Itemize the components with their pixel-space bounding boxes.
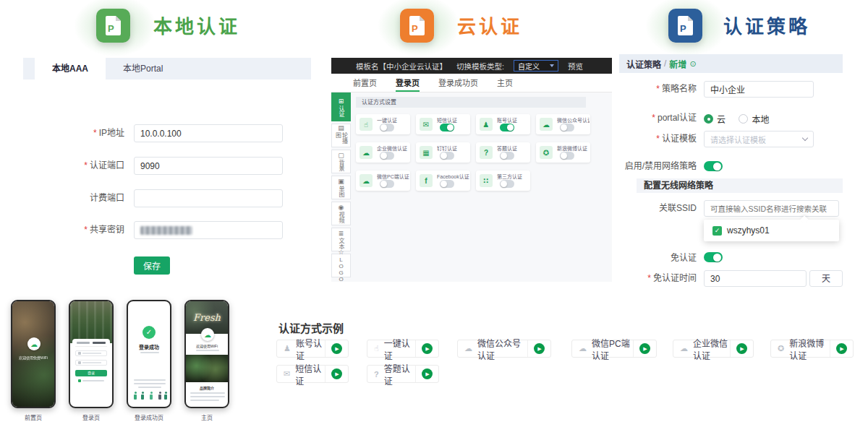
phone-login-page: 登录 — [69, 300, 114, 408]
toggle-onekey[interactable] — [380, 124, 394, 131]
play-icon — [736, 343, 747, 354]
play-button[interactable] — [730, 340, 753, 357]
examples-title: 认证方式示例 — [278, 320, 344, 335]
free-auth-time-label: *免认证时间 — [612, 270, 697, 287]
sidebar-item-carousel[interactable]: ▤ 轮播图 — [331, 124, 351, 147]
example-wechat-pc-auth[interactable]: 微信PC端认证 — [571, 340, 657, 358]
auth-methods-section-title: 认证方式设置 — [356, 97, 586, 108]
ip-input[interactable] — [134, 124, 283, 142]
local-auth-doc-icon: P — [96, 9, 130, 43]
toggle-network-policy[interactable] — [704, 161, 723, 171]
play-icon — [331, 368, 342, 379]
policy-title: 认证策略 — [723, 14, 810, 39]
masked-secret — [140, 226, 192, 235]
user-icon — [78, 352, 81, 355]
example-wecom-auth[interactable]: 企业微信认证 — [673, 340, 754, 358]
example-account-auth[interactable]: 账号认证 — [276, 340, 349, 358]
play-button[interactable] — [527, 340, 550, 357]
cloud-auth-title: 云认证 — [457, 14, 522, 39]
policy-name-label: *策略名称 — [612, 81, 697, 98]
template-type-select[interactable]: 自定义 — [514, 60, 558, 72]
agree-checkbox[interactable] — [78, 379, 81, 382]
password-field[interactable] — [75, 360, 107, 366]
auth-template-select[interactable]: 请选择认证模板 — [704, 131, 814, 147]
example-quiz-auth[interactable]: 答题认证 — [367, 365, 439, 383]
auth-port-input[interactable] — [134, 157, 283, 175]
example-wechat-official-auth[interactable]: 微信公众号认证 — [457, 340, 551, 358]
caption-home-page: 主页 — [184, 413, 229, 421]
auth-template-label: *认证模板 — [612, 131, 697, 147]
preview-button[interactable]: 预览 — [568, 61, 583, 72]
toggle-sms[interactable] — [440, 124, 454, 131]
policy-name-input[interactable] — [704, 81, 814, 98]
example-sms-auth[interactable]: 短信认证 — [276, 365, 349, 383]
ssid-option[interactable]: wszyhys01 — [727, 225, 770, 236]
login-button[interactable]: 登录 — [75, 370, 107, 376]
caption-login-page: 登录页 — [69, 413, 114, 421]
ssid-search-input[interactable] — [704, 200, 839, 217]
tab-login-success-page[interactable]: 登录成功页 — [438, 74, 478, 92]
tab-login-page[interactable]: 登录页 — [396, 74, 420, 92]
method-card-onekey: 一键认证 — [356, 114, 410, 134]
success-subtext — [140, 352, 159, 353]
thirdparty-icon — [480, 174, 493, 187]
brand-text-line — [190, 400, 219, 401]
dingtalk-icon — [420, 146, 433, 159]
free-auth-time-input[interactable] — [704, 270, 807, 287]
toggle-quiz[interactable] — [500, 152, 514, 160]
toggle-account[interactable] — [500, 124, 514, 131]
example-onekey-auth[interactable]: 一键认证 — [367, 340, 439, 358]
toggle-thirdparty[interactable] — [500, 180, 514, 188]
toggle-wechat-official[interactable] — [560, 124, 574, 131]
play-button[interactable] — [415, 340, 438, 357]
play-icon — [836, 343, 847, 354]
question-icon — [374, 370, 379, 379]
user-icon — [480, 118, 493, 131]
sidebar-item-single-image[interactable]: ▣ 单图 — [331, 176, 351, 199]
user-icon — [284, 344, 291, 353]
example-weibo-auth[interactable]: 新浪微博认证 — [770, 340, 854, 358]
dropdown-notch — [800, 215, 808, 223]
editor-body: ⊞ 认证 ▤ 轮播图 ▢ 背景 ▣ 单图 ◉ 视频 ≣ 文本 — [331, 92, 612, 282]
brand-text-line — [190, 396, 225, 397]
save-button[interactable]: 保存 — [134, 256, 170, 275]
username-field[interactable] — [75, 350, 107, 356]
login-tabs — [75, 342, 107, 347]
method-card-wechat-pc: 微信PC端认证 — [356, 171, 410, 191]
sidebar-item-logo[interactable]: ☆ LOGO — [331, 254, 351, 277]
tab-local-portal[interactable]: 本地Portal — [106, 58, 180, 79]
toggle-weibo[interactable] — [560, 152, 574, 160]
login-card: 登录 — [72, 339, 110, 405]
facebook-icon — [420, 174, 433, 187]
tab-account-login[interactable] — [93, 342, 106, 344]
tab-home-page[interactable]: 主页 — [497, 74, 513, 92]
video-icon: ◉ — [339, 204, 344, 211]
method-card-wechat-official: 微信公众号认证 — [536, 114, 590, 134]
toggle-dingtalk[interactable] — [440, 152, 454, 160]
tab-local-aaa[interactable]: 本地AAA — [35, 58, 106, 79]
billing-port-input[interactable] — [134, 189, 283, 207]
tab-sms-login[interactable] — [77, 342, 90, 344]
toggle-wecom[interactable] — [380, 152, 394, 160]
shared-key-input[interactable] — [134, 221, 283, 239]
welcome-text: 欢迎使用免费WiFi — [12, 355, 54, 360]
toggle-free-auth[interactable] — [704, 252, 723, 262]
radio-local[interactable] — [739, 114, 748, 124]
weibo-icon — [540, 146, 553, 159]
toggle-facebook[interactable] — [440, 180, 454, 188]
play-button[interactable] — [415, 366, 438, 382]
play-button[interactable] — [633, 340, 656, 357]
ssid-checkbox[interactable] — [712, 226, 722, 236]
tab-front-page[interactable]: 前置页 — [353, 74, 377, 92]
play-button[interactable] — [325, 340, 348, 357]
radio-cloud[interactable] — [704, 114, 713, 124]
play-button[interactable] — [325, 366, 348, 382]
sidebar-item-auth[interactable]: ⊞ 认证 — [331, 92, 351, 121]
star-icon: ☆ — [338, 249, 344, 256]
toggle-wechat-pc[interactable] — [380, 180, 394, 188]
breadcrumb-new[interactable]: 新增 — [669, 58, 686, 70]
play-button[interactable] — [830, 340, 853, 357]
shelf-photo — [70, 301, 112, 343]
sidebar-item-background[interactable]: ▢ 背景 — [331, 150, 351, 173]
sidebar-item-video[interactable]: ◉ 视频 — [331, 202, 351, 225]
